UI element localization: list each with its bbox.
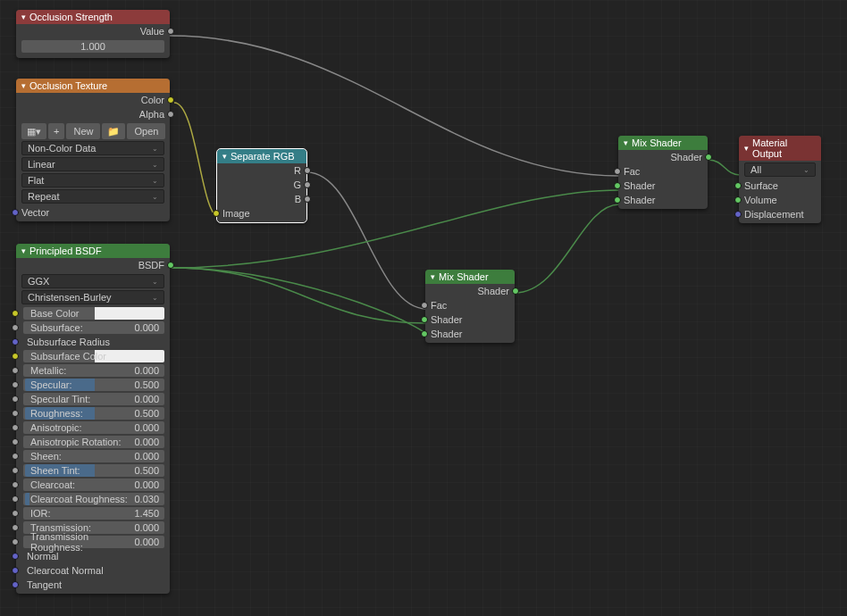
- socket-in-tangent[interactable]: [12, 581, 19, 588]
- property-sheentint[interactable]: Sheen Tint:0.500: [16, 463, 164, 478]
- open-button[interactable]: Open: [127, 123, 165, 139]
- property-roughness[interactable]: Roughness:0.500: [16, 406, 164, 420]
- socket-in-clearcoatnormal[interactable]: [12, 567, 19, 574]
- chevron-down-icon: ⌄: [152, 161, 158, 169]
- open-icon-button[interactable]: 📁: [102, 123, 125, 139]
- socket-in-vector[interactable]: [12, 209, 19, 216]
- collapse-icon[interactable]: ▾: [222, 152, 227, 161]
- socket-in-clearcoatroughness[interactable]: [12, 495, 19, 503]
- property-clearcoatroughness[interactable]: Clearcoat Roughness:0.030: [16, 492, 164, 506]
- input-vector: Vector: [16, 205, 170, 220]
- color-swatch[interactable]: [95, 307, 164, 320]
- target-dropdown[interactable]: All⌄: [744, 162, 816, 177]
- node-header[interactable]: ▾ Mix Shader: [618, 136, 708, 150]
- colorspace-dropdown[interactable]: Non-Color Data⌄: [21, 141, 164, 155]
- socket-in-ior[interactable]: [12, 510, 19, 517]
- node-header[interactable]: ▾ Material Output: [739, 136, 821, 161]
- socket-in-anisotropicrotation[interactable]: [12, 438, 19, 445]
- socket-in-shader[interactable]: [421, 330, 428, 337]
- socket-in-subsurface[interactable]: [12, 324, 19, 331]
- socket-in-shader[interactable]: [614, 196, 621, 204]
- socket-in-subsurfaceradius[interactable]: [12, 338, 19, 345]
- value-slider[interactable]: 1.000: [21, 40, 164, 53]
- projection-dropdown[interactable]: Flat⌄: [21, 173, 164, 187]
- property-anisotropicrotation[interactable]: Anisotropic Rotation:0.000: [16, 435, 164, 449]
- node-occlusion-texture[interactable]: ▾ Occlusion Texture Color Alpha ▦▾ + New…: [16, 79, 170, 221]
- add-button[interactable]: +: [48, 123, 64, 139]
- socket-out-r[interactable]: [304, 167, 311, 174]
- extension-dropdown[interactable]: Repeat⌄: [21, 189, 164, 204]
- property-subsurface[interactable]: Subsurface:0.000: [16, 320, 164, 335]
- socket-out-value[interactable]: [167, 28, 174, 35]
- socket-in-specular[interactable]: [12, 381, 19, 388]
- socket-in-surface[interactable]: [734, 182, 742, 189]
- socket-in-anisotropic[interactable]: [12, 424, 19, 431]
- node-header[interactable]: ▾ Occlusion Texture: [16, 79, 170, 93]
- chevron-down-icon: ⌄: [152, 145, 158, 153]
- output-alpha: Alpha: [16, 107, 170, 121]
- node-header[interactable]: ▾ Occlusion Strength: [16, 10, 170, 24]
- socket-in-normal[interactable]: [12, 553, 19, 560]
- property-subsurfaceradius[interactable]: Subsurface Radius: [16, 335, 164, 349]
- property-subsurfacecolor[interactable]: Subsurface Color: [16, 349, 164, 363]
- collapse-icon[interactable]: ▾: [21, 81, 26, 90]
- interpolation-dropdown[interactable]: Linear⌄: [21, 157, 164, 171]
- node-header[interactable]: ▾ Separate RGB: [217, 149, 306, 163]
- property-ior[interactable]: IOR:1.450: [16, 506, 164, 520]
- property-transmissionroughness[interactable]: Transmission Roughness:0.000: [16, 535, 164, 549]
- collapse-icon[interactable]: ▾: [624, 138, 628, 147]
- property-anisotropic[interactable]: Anisotropic:0.000: [16, 420, 164, 435]
- property-sheen[interactable]: Sheen:0.000: [16, 449, 164, 463]
- collapse-icon[interactable]: ▾: [744, 144, 749, 153]
- socket-in-volume[interactable]: [734, 196, 742, 204]
- socket-out-shader[interactable]: [512, 287, 519, 295]
- socket-in-basecolor[interactable]: [12, 310, 19, 317]
- distribution-dropdown[interactable]: GGX⌄: [21, 274, 164, 288]
- collapse-icon[interactable]: ▾: [431, 272, 435, 281]
- socket-in-subsurfacecolor[interactable]: [12, 353, 19, 360]
- node-mix-shader-1[interactable]: ▾ Mix Shader Shader Fac Shader Shader: [425, 270, 515, 343]
- socket-out-b[interactable]: [304, 196, 311, 203]
- socket-in-transmission[interactable]: [12, 524, 19, 531]
- node-title: Principled BSDF: [29, 246, 102, 256]
- socket-in-displacement[interactable]: [734, 211, 742, 218]
- socket-out-g[interactable]: [304, 181, 311, 188]
- property-tangent[interactable]: Tangent: [16, 578, 164, 592]
- property-basecolor[interactable]: Base Color: [16, 306, 164, 320]
- property-clearcoat[interactable]: Clearcoat:0.000: [16, 478, 164, 492]
- socket-in-fac[interactable]: [421, 302, 428, 309]
- subsurface-method-dropdown[interactable]: Christensen-Burley⌄: [21, 290, 164, 304]
- collapse-icon[interactable]: ▾: [21, 246, 26, 255]
- socket-in-shader[interactable]: [421, 316, 428, 323]
- new-button[interactable]: New: [66, 123, 100, 139]
- socket-in-sheentint[interactable]: [12, 467, 19, 474]
- socket-in-fac[interactable]: [614, 168, 621, 175]
- socket-in-speculartint[interactable]: [12, 395, 19, 403]
- image-browse-button[interactable]: ▦▾: [21, 123, 46, 139]
- node-principled-bsdf[interactable]: ▾ Principled BSDF BSDF GGX⌄ Christensen-…: [16, 244, 170, 594]
- node-mix-shader-2[interactable]: ▾ Mix Shader Shader Fac Shader Shader: [618, 136, 708, 209]
- socket-out-color[interactable]: [167, 96, 174, 104]
- property-specular[interactable]: Specular:0.500: [16, 378, 164, 392]
- collapse-icon[interactable]: ▾: [21, 12, 26, 21]
- socket-in-transmissionroughness[interactable]: [12, 538, 19, 545]
- socket-in-image[interactable]: [213, 210, 220, 217]
- node-material-output[interactable]: ▾ Material Output All⌄ Surface Volume Di…: [739, 136, 821, 223]
- socket-in-roughness[interactable]: [12, 410, 19, 417]
- socket-in-shader[interactable]: [614, 182, 621, 189]
- property-speculartint[interactable]: Specular Tint:0.000: [16, 392, 164, 406]
- socket-in-clearcoat[interactable]: [12, 481, 19, 488]
- socket-out-bsdf[interactable]: [167, 262, 174, 269]
- socket-out-shader[interactable]: [705, 154, 712, 161]
- property-metallic[interactable]: Metallic:0.000: [16, 363, 164, 378]
- property-clearcoatnormal[interactable]: Clearcoat Normal: [16, 563, 164, 578]
- socket-in-metallic[interactable]: [12, 367, 19, 374]
- node-header[interactable]: ▾ Mix Shader: [425, 270, 515, 284]
- socket-out-alpha[interactable]: [167, 111, 174, 118]
- output-r: R: [217, 163, 306, 178]
- node-title: Mix Shader: [632, 137, 682, 148]
- node-header[interactable]: ▾ Principled BSDF: [16, 244, 170, 258]
- node-occlusion-strength[interactable]: ▾ Occlusion Strength Value 1.000: [16, 10, 170, 58]
- socket-in-sheen[interactable]: [12, 453, 19, 460]
- node-separate-rgb[interactable]: ▾ Separate RGB R G B Image: [217, 149, 306, 222]
